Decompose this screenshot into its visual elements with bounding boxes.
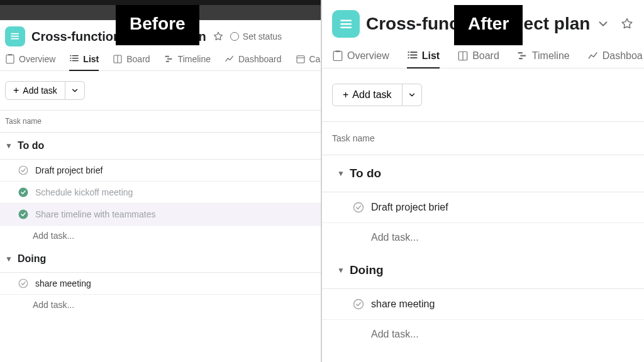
chevron-down-icon <box>70 86 79 95</box>
check-circle-icon[interactable] <box>18 278 29 289</box>
section-doing: ▼ Doing share meeting Add task... <box>322 252 644 349</box>
view-tabs: Overview List Board Timeline Dashboa <box>322 41 644 69</box>
add-task-button[interactable]: +Add task <box>5 81 65 100</box>
add-task-inline[interactable]: Add task... <box>322 223 644 252</box>
status-circle-icon <box>230 32 239 41</box>
task-title: share meeting <box>35 278 91 288</box>
set-status-button[interactable]: Set status <box>230 31 282 41</box>
chevron-down-icon[interactable] <box>596 17 610 31</box>
tab-dashboard[interactable]: Dashboard <box>225 54 282 70</box>
column-header-task-name: Task name <box>322 122 644 155</box>
add-task-dropdown[interactable] <box>65 81 85 100</box>
after-badge: After <box>454 5 523 45</box>
check-circle-icon[interactable] <box>18 165 29 176</box>
tab-list[interactable]: List <box>69 54 99 70</box>
caret-down-icon: ▼ <box>5 255 13 263</box>
set-status-label: Set status <box>243 31 282 41</box>
tab-calendar[interactable]: Calendar <box>296 54 323 70</box>
task-title: Share timeline with teammates <box>35 209 155 219</box>
add-task-inline[interactable]: Add task... <box>322 320 644 349</box>
check-circle-icon[interactable] <box>352 201 365 214</box>
toolbar: +Add task <box>0 71 321 111</box>
list-icon <box>69 54 79 64</box>
project-icon <box>332 10 360 38</box>
caret-down-icon: ▼ <box>337 266 345 275</box>
section-header[interactable]: ▼ Doing <box>0 246 321 273</box>
task-row[interactable]: share meeting <box>0 273 321 295</box>
chevron-down-icon <box>408 90 416 99</box>
add-task-inline[interactable]: Add task... <box>0 295 321 315</box>
tab-overview[interactable]: Overview <box>332 50 389 68</box>
task-row[interactable]: Draft project brief <box>322 192 644 223</box>
check-circle-icon[interactable] <box>352 298 365 310</box>
clipboard-icon <box>5 54 15 64</box>
plus-icon: + <box>343 90 348 100</box>
list-icon <box>407 50 418 62</box>
section-todo: ▼ To do Draft project brief Schedule kic… <box>0 133 321 246</box>
section-doing: ▼ Doing share meeting Add task... <box>0 246 321 315</box>
after-panel: Cross-functxxxxxxect plan Overview List … <box>322 0 644 362</box>
before-badge: Before <box>116 5 199 45</box>
task-title: Schedule kickoff meeting <box>35 187 133 197</box>
timeline-icon <box>517 50 528 62</box>
section-todo: ▼ To do Draft project brief Add task... <box>322 155 644 252</box>
toolbar: +Add task <box>322 69 644 122</box>
star-icon[interactable] <box>213 31 224 42</box>
task-row[interactable]: Draft project brief <box>0 160 321 182</box>
task-row[interactable]: Share timeline with teammates <box>0 204 321 226</box>
view-tabs: Overview List Board Timeline Dashboard C… <box>0 50 321 71</box>
caret-down-icon: ▼ <box>5 141 13 150</box>
before-panel: Cross-functional project plan Set status… <box>0 0 322 362</box>
calendar-icon <box>296 54 306 64</box>
tab-board[interactable]: Board <box>457 50 499 68</box>
add-task-dropdown[interactable] <box>402 84 422 106</box>
task-title: Draft project brief <box>35 165 103 175</box>
add-task-inline[interactable]: Add task... <box>0 226 321 246</box>
clipboard-icon <box>332 50 343 62</box>
timeline-icon <box>164 54 174 64</box>
column-header-task-name: Task name <box>0 111 321 133</box>
tab-timeline[interactable]: Timeline <box>164 54 211 70</box>
board-icon <box>113 54 123 64</box>
plus-icon: + <box>13 85 19 96</box>
task-title: Draft project brief <box>371 202 448 213</box>
tab-board[interactable]: Board <box>113 54 150 70</box>
caret-down-icon: ▼ <box>337 169 345 178</box>
dashboard-icon <box>587 50 599 62</box>
task-row[interactable]: Schedule kickoff meeting <box>0 182 321 204</box>
project-icon <box>5 26 25 47</box>
check-circle-done-icon[interactable] <box>18 187 29 198</box>
section-header[interactable]: ▼ To do <box>0 133 321 160</box>
dashboard-icon <box>225 54 235 64</box>
check-circle-done-icon[interactable] <box>18 209 29 220</box>
task-title: share meeting <box>371 299 435 310</box>
add-task-button[interactable]: +Add task <box>332 84 402 106</box>
section-header[interactable]: ▼ Doing <box>322 252 644 289</box>
tab-list[interactable]: List <box>407 50 440 68</box>
tab-timeline[interactable]: Timeline <box>517 50 570 68</box>
tab-dashboard[interactable]: Dashboa <box>587 50 643 68</box>
board-icon <box>457 50 469 62</box>
section-header[interactable]: ▼ To do <box>322 155 644 192</box>
task-row[interactable]: share meeting <box>322 289 644 320</box>
tab-overview[interactable]: Overview <box>5 54 55 70</box>
star-icon[interactable] <box>620 17 634 31</box>
